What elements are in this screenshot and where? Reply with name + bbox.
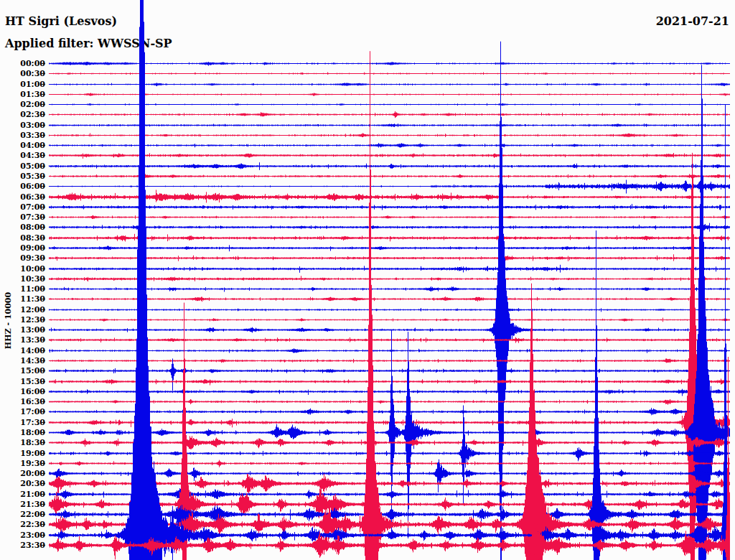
helicorder-page: HT Sigri (Lesvos) Applied filter: WWSSN-… [0,0,735,560]
seismogram-trace-canvas [0,0,735,560]
